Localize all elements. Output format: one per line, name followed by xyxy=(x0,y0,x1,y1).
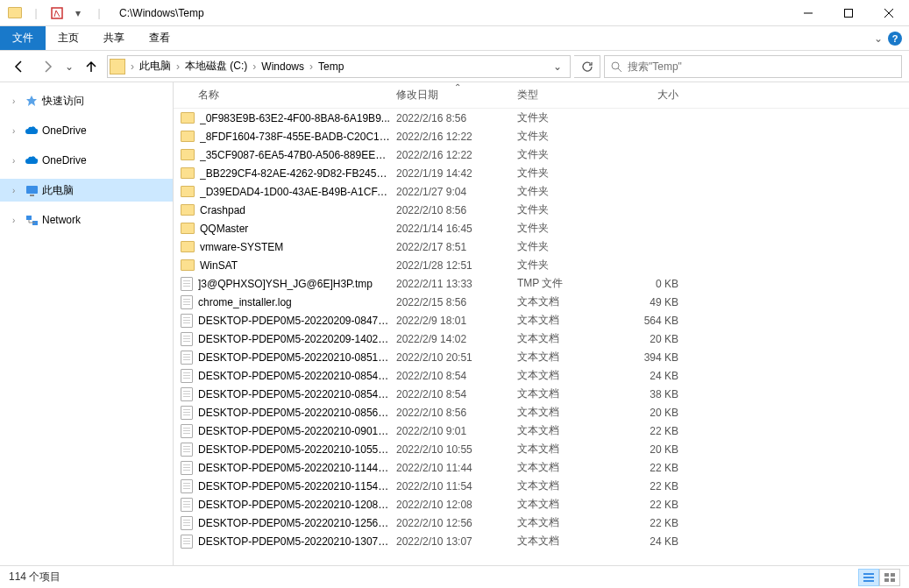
file-name: DESKTOP-PDEP0M5-20220210-0854.l... xyxy=(198,370,391,382)
expand-ribbon-icon[interactable]: ⌄ xyxy=(874,32,883,45)
chevron-right-icon[interactable]: › xyxy=(12,126,21,136)
file-date: 2022/2/16 12:22 xyxy=(391,131,512,143)
file-icon xyxy=(181,479,193,493)
chevron-right-icon[interactable]: › xyxy=(12,96,21,106)
file-type: 文本文档 xyxy=(512,386,614,401)
searchbar[interactable] xyxy=(604,55,902,78)
table-row[interactable]: DESKTOP-PDEP0M5-20220210-0901.l...2022/2… xyxy=(174,422,909,440)
chevron-right-icon[interactable]: › xyxy=(12,216,21,225)
minimize-button[interactable] xyxy=(788,0,828,26)
table-row[interactable]: DESKTOP-PDEP0M5-20220209-1402.l...2022/2… xyxy=(174,329,909,348)
file-name: chrome_installer.log xyxy=(198,296,391,308)
column-type[interactable]: 类型 xyxy=(512,88,614,103)
table-row[interactable]: DESKTOP-PDEP0M5-20220210-1055.l...2022/2… xyxy=(174,440,909,458)
chevron-right-icon[interactable]: › xyxy=(251,60,258,73)
sidebar-item-network[interactable]: › Network xyxy=(0,209,173,231)
chevron-right-icon[interactable]: › xyxy=(12,186,21,195)
maximize-button[interactable] xyxy=(828,0,869,26)
file-type: 文件夹 xyxy=(512,129,614,144)
back-button[interactable] xyxy=(7,54,32,79)
close-button[interactable] xyxy=(869,0,909,26)
cloud-icon xyxy=(25,153,39,167)
chevron-right-icon[interactable]: › xyxy=(308,60,315,73)
forward-button[interactable] xyxy=(35,54,60,79)
table-row[interactable]: DESKTOP-PDEP0M5-20220210-0854.l...2022/2… xyxy=(174,366,909,385)
chevron-right-icon[interactable]: › xyxy=(174,60,181,73)
crumb-pc[interactable]: 此电脑 xyxy=(136,56,174,77)
file-type: 文件夹 xyxy=(512,221,614,236)
tab-home[interactable]: 主页 xyxy=(46,26,91,50)
table-row[interactable]: DESKTOP-PDEP0M5-20220210-1307.l...2022/2… xyxy=(174,532,909,550)
file-name: _BB229CF4-82AE-4262-9D82-FB2453... xyxy=(200,167,391,180)
file-type: 文本文档 xyxy=(512,534,614,549)
table-row[interactable]: WinSAT2022/1/28 12:51文件夹 xyxy=(174,256,909,274)
file-icon xyxy=(181,498,193,512)
table-row[interactable]: ]3@QPHXSO]YSH_JG@6E]H3P.tmp2022/2/11 13:… xyxy=(174,274,909,293)
table-row[interactable]: DESKTOP-PDEP0M5-20220210-1256.l...2022/2… xyxy=(174,514,909,532)
sidebar-item-pc[interactable]: › 此电脑 xyxy=(0,179,173,202)
search-input[interactable] xyxy=(628,60,896,73)
table-row[interactable]: DESKTOP-PDEP0M5-20220210-1208.l...2022/2… xyxy=(174,495,909,514)
table-row[interactable]: _35CF9087-6EA5-47B0-A506-889EEE...2022/2… xyxy=(174,145,909,164)
file-type: 文本文档 xyxy=(512,313,614,328)
file-type: 文本文档 xyxy=(512,497,614,512)
ribbon: 文件 主页 共享 查看 ⌄ ? xyxy=(0,26,909,51)
tab-file[interactable]: 文件 xyxy=(0,26,46,50)
filepane: ⌃ 名称 修改日期 类型 大小 _0F983E9B-63E2-4F00-8BA8… xyxy=(174,82,909,565)
folder-icon xyxy=(181,241,195,252)
sidebar-item-onedrive[interactable]: › OneDrive xyxy=(0,119,173,142)
column-name[interactable]: 名称 xyxy=(174,88,391,103)
table-row[interactable]: _D39EDAD4-1D00-43AE-B49B-A1CFA...2022/1/… xyxy=(174,182,909,201)
chevron-right-icon[interactable]: › xyxy=(12,156,21,166)
table-row[interactable]: _BB229CF4-82AE-4262-9D82-FB2453...2022/1… xyxy=(174,164,909,182)
table-row[interactable]: DESKTOP-PDEP0M5-20220210-1144.l...2022/2… xyxy=(174,458,909,477)
recent-dropdown-icon[interactable]: ⌄ xyxy=(63,54,75,79)
table-row[interactable]: QQMaster2022/1/14 16:45文件夹 xyxy=(174,219,909,237)
refresh-button[interactable] xyxy=(574,55,600,78)
network-icon xyxy=(25,213,39,227)
view-details-button[interactable] xyxy=(858,569,879,586)
file-type: 文本文档 xyxy=(512,515,614,530)
file-name: _0F983E9B-63E2-4F00-8BA8-6A19B9... xyxy=(200,112,391,124)
file-type: TMP 文件 xyxy=(512,276,614,291)
table-row[interactable]: chrome_installer.log2022/2/15 8:56文本文档49… xyxy=(174,293,909,311)
crumb-temp[interactable]: Temp xyxy=(315,56,347,77)
file-name: DESKTOP-PDEP0M5-20220210-0901.l... xyxy=(198,425,391,437)
table-row[interactable]: DESKTOP-PDEP0M5-20220210-0851.l...2022/2… xyxy=(174,348,909,366)
tab-view[interactable]: 查看 xyxy=(137,26,182,50)
column-date[interactable]: 修改日期 xyxy=(391,88,512,103)
filelist[interactable]: _0F983E9B-63E2-4F00-8BA8-6A19B9...2022/2… xyxy=(174,109,909,565)
properties-icon[interactable] xyxy=(47,4,67,23)
sidebar-item-quick[interactable]: › 快速访问 xyxy=(0,89,173,112)
table-row[interactable]: _0F983E9B-63E2-4F00-8BA8-6A19B9...2022/2… xyxy=(174,109,909,127)
column-size[interactable]: 大小 xyxy=(614,88,687,103)
file-date: 2022/1/27 9:04 xyxy=(391,186,512,198)
crumb-drive[interactable]: 本地磁盘 (C:) xyxy=(181,56,251,77)
file-type: 文件夹 xyxy=(512,184,614,199)
chevron-right-icon[interactable]: › xyxy=(129,60,136,73)
up-button[interactable] xyxy=(79,54,103,79)
table-row[interactable]: DESKTOP-PDEP0M5-20220210-1154.l...2022/2… xyxy=(174,477,909,495)
view-icons-button[interactable] xyxy=(879,569,900,586)
table-row[interactable]: vmware-SYSTEM2022/2/17 8:51文件夹 xyxy=(174,237,909,256)
tab-share[interactable]: 共享 xyxy=(91,26,137,50)
table-row[interactable]: _8FDF1604-738F-455E-BADB-C20C16...2022/2… xyxy=(174,127,909,145)
sidebar-item-onedrive[interactable]: › OneDrive xyxy=(0,149,173,172)
addressbar[interactable]: › 此电脑 › 本地磁盘 (C:) › Windows › Temp ⌄ xyxy=(107,55,571,78)
qat-dropdown-icon[interactable]: ▾ xyxy=(68,4,88,23)
table-row[interactable]: DESKTOP-PDEP0M5-20220210-0854a...2022/2/… xyxy=(174,385,909,403)
help-icon[interactable]: ? xyxy=(888,32,902,46)
address-dropdown-icon[interactable]: ⌄ xyxy=(547,56,568,77)
crumb-windows[interactable]: Windows xyxy=(258,56,308,77)
svg-point-5 xyxy=(612,62,619,69)
table-row[interactable]: DESKTOP-PDEP0M5-20220209-0847.l...2022/2… xyxy=(174,311,909,329)
table-row[interactable]: DESKTOP-PDEP0M5-20220210-0856.l...2022/2… xyxy=(174,403,909,422)
file-icon xyxy=(181,314,193,328)
table-row[interactable]: Crashpad2022/2/10 8:56文件夹 xyxy=(174,201,909,219)
sidebar-item-label: 此电脑 xyxy=(42,183,74,198)
folder-icon xyxy=(181,112,195,124)
file-name: _35CF9087-6EA5-47B0-A506-889EEE... xyxy=(200,149,391,161)
file-size: 22 KB xyxy=(614,499,687,511)
file-date: 2022/2/16 12:22 xyxy=(391,149,512,161)
svg-rect-15 xyxy=(863,580,874,582)
